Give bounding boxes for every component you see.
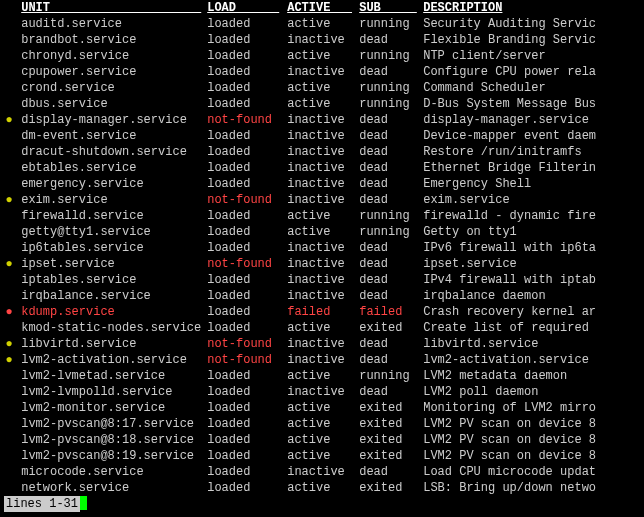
active-cell: inactive (287, 176, 359, 192)
sub-cell: running (359, 80, 423, 96)
load-cell: loaded (207, 224, 287, 240)
description-cell: Device-mapper event daem (423, 128, 644, 144)
service-row: kmod-static-nodes.serviceloaded active e… (0, 320, 644, 336)
service-row: irqbalance.service loaded inactive dead … (0, 288, 644, 304)
unit-cell: lvm2-monitor.service (21, 400, 207, 416)
sub-cell: exited (359, 320, 423, 336)
service-row: lvm2-pvscan@8:19.service loaded active e… (0, 448, 644, 464)
service-row: network.service loaded active exited LSB… (0, 480, 644, 496)
description-cell: irqbalance daemon (423, 288, 644, 304)
active-cell: active (287, 432, 359, 448)
unit-cell: lvm2-activation.service (21, 352, 207, 368)
sub-cell: running (359, 48, 423, 64)
load-cell: loaded (207, 48, 287, 64)
sub-cell: exited (359, 448, 423, 464)
sub-cell: exited (359, 400, 423, 416)
active-cell: active (287, 224, 359, 240)
description-cell: exim.service (423, 192, 644, 208)
bullet-icon (4, 384, 14, 400)
active-cell: active (287, 320, 359, 336)
sub-cell: running (359, 16, 423, 32)
description-cell: lvm2-activation.service (423, 352, 644, 368)
load-cell: loaded (207, 416, 287, 432)
service-row: lvm2-pvscan@8:17.service loaded active e… (0, 416, 644, 432)
active-cell: failed (287, 304, 359, 320)
sub-cell: dead (359, 64, 423, 80)
description-cell: IPv6 firewall with ip6ta (423, 240, 644, 256)
sub-cell: running (359, 368, 423, 384)
load-cell: loaded (207, 272, 287, 288)
service-row: lvm2-lvmpolld.service loaded inactive de… (0, 384, 644, 400)
load-cell: loaded (207, 96, 287, 112)
sub-cell: dead (359, 192, 423, 208)
service-row: ebtables.service loaded inactive dead Et… (0, 160, 644, 176)
unit-cell: lvm2-lvmpolld.service (21, 384, 207, 400)
bullet-icon (4, 144, 14, 160)
load-cell: loaded (207, 16, 287, 32)
bullet-icon (4, 480, 14, 496)
active-cell: active (287, 416, 359, 432)
load-cell: not-found (207, 112, 287, 128)
unit-cell: ebtables.service (21, 160, 207, 176)
service-row: dm-event.service loaded inactive dead De… (0, 128, 644, 144)
sub-cell: dead (359, 272, 423, 288)
description-cell: DESCRIPTION (423, 0, 644, 16)
unit-cell: network.service (21, 480, 207, 496)
sub-cell: dead (359, 112, 423, 128)
active-cell: inactive (287, 128, 359, 144)
bullet-icon (4, 32, 14, 48)
active-cell: inactive (287, 352, 359, 368)
description-cell: LVM2 poll daemon (423, 384, 644, 400)
pager-status-row[interactable]: lines 1-31 (0, 496, 644, 512)
description-cell: Command Scheduler (423, 80, 644, 96)
active-cell: inactive (287, 336, 359, 352)
unit-cell: kdump.service (21, 304, 207, 320)
sub-cell: dead (359, 384, 423, 400)
description-cell: Crash recovery kernel ar (423, 304, 644, 320)
bullet-icon: ● (4, 256, 14, 272)
load-cell: loaded (207, 160, 287, 176)
description-cell: Security Auditing Servic (423, 16, 644, 32)
sub-cell: dead (359, 256, 423, 272)
active-cell: inactive (287, 112, 359, 128)
bullet-icon: ● (4, 336, 14, 352)
service-row: brandbot.service loaded inactive dead Fl… (0, 32, 644, 48)
unit-cell: lvm2-pvscan@8:19.service (21, 448, 207, 464)
sub-cell: running (359, 224, 423, 240)
bullet-icon (4, 96, 14, 112)
unit-cell: kmod-static-nodes.service (21, 320, 207, 336)
service-row: ● display-manager.service not-found inac… (0, 112, 644, 128)
active-cell: active (287, 80, 359, 96)
bullet-icon: ● (4, 352, 14, 368)
description-cell: Configure CPU power rela (423, 64, 644, 80)
unit-cell: lvm2-pvscan@8:17.service (21, 416, 207, 432)
description-cell: Load CPU microcode updat (423, 464, 644, 480)
unit-cell: firewalld.service (21, 208, 207, 224)
active-cell: active (287, 48, 359, 64)
description-cell: D-Bus System Message Bus (423, 96, 644, 112)
load-cell: loaded (207, 480, 287, 496)
load-cell: LOAD (207, 0, 287, 16)
service-row: cpupower.service loaded inactive dead Co… (0, 64, 644, 80)
bullet-icon (4, 128, 14, 144)
active-cell: inactive (287, 192, 359, 208)
load-cell: loaded (207, 80, 287, 96)
active-cell: active (287, 400, 359, 416)
bullet-icon (4, 208, 14, 224)
unit-cell: libvirtd.service (21, 336, 207, 352)
active-cell: inactive (287, 256, 359, 272)
bullet-icon (4, 80, 14, 96)
bullet-icon (4, 368, 14, 384)
description-cell: Flexible Branding Servic (423, 32, 644, 48)
header-row: UNIT LOAD ACTIVE SUB DESCRIPTION (0, 0, 644, 16)
bullet-icon (4, 224, 14, 240)
active-cell: inactive (287, 64, 359, 80)
description-cell: LVM2 PV scan on device 8 (423, 448, 644, 464)
active-cell: ACTIVE (287, 0, 359, 16)
bullet-icon (4, 432, 14, 448)
description-cell: IPv4 firewall with iptab (423, 272, 644, 288)
load-cell: not-found (207, 352, 287, 368)
description-cell: NTP client/server (423, 48, 644, 64)
service-row: ● kdump.service loaded failed failed Cra… (0, 304, 644, 320)
bullet-icon (4, 416, 14, 432)
